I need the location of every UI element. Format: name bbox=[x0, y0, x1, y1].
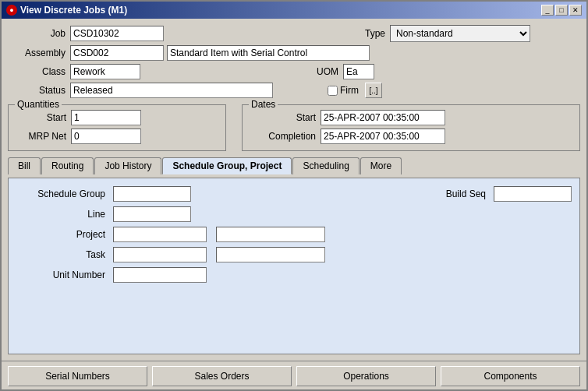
date-start-row: Start bbox=[250, 110, 572, 125]
titlebar: ● View Discrete Jobs (M1) _ □ ✕ bbox=[2, 2, 586, 19]
app-icon: ● bbox=[6, 5, 17, 16]
assembly-row: Assembly bbox=[8, 45, 580, 61]
window-title: View Discrete Jobs (M1) bbox=[20, 5, 127, 16]
assembly-desc-input[interactable] bbox=[167, 45, 370, 61]
minimize-button[interactable]: _ bbox=[541, 5, 554, 16]
project-row: Project bbox=[16, 227, 572, 242]
completion-input[interactable] bbox=[321, 129, 445, 144]
tabs-row: Bill Routing Job History Schedule Group,… bbox=[8, 157, 580, 174]
qty-start-row: Start bbox=[16, 110, 218, 125]
type-select[interactable]: Non-standard Standard Rework bbox=[390, 25, 530, 42]
class-input[interactable] bbox=[70, 64, 140, 79]
tab-schedule-group[interactable]: Schedule Group, Project bbox=[162, 157, 292, 174]
firm-checkbox[interactable] bbox=[328, 86, 338, 96]
serial-numbers-button[interactable]: Serial Numbers bbox=[8, 366, 147, 386]
job-type-row: Job Type Non-standard Standard Rework bbox=[8, 25, 580, 42]
main-window: ● View Discrete Jobs (M1) _ □ ✕ Job Type… bbox=[0, 0, 588, 391]
class-label: Class bbox=[8, 66, 70, 77]
sales-orders-button[interactable]: Sales Orders bbox=[152, 366, 292, 386]
job-input[interactable] bbox=[70, 26, 164, 41]
mrp-row: MRP Net bbox=[16, 129, 218, 144]
schedule-group-tab: Schedule Group Build Seq Line Project bbox=[16, 186, 572, 283]
quantities-dates-section: Quantities Start MRP Net Dates Start Com… bbox=[8, 104, 580, 151]
unit-number-label: Unit Number bbox=[16, 269, 110, 280]
more-button[interactable]: [..] bbox=[365, 83, 382, 98]
completion-label: Completion bbox=[250, 131, 321, 142]
uom-input[interactable] bbox=[343, 64, 374, 79]
tab-job-history[interactable]: Job History bbox=[94, 157, 161, 174]
tab-more[interactable]: More bbox=[360, 157, 402, 174]
unit-number-row: Unit Number bbox=[16, 267, 572, 283]
status-label: Status bbox=[8, 85, 70, 96]
schedule-group-input[interactable] bbox=[113, 186, 191, 202]
class-uom-row: Class UOM bbox=[8, 64, 580, 79]
line-row: Line bbox=[16, 206, 572, 222]
dates-section: Dates Start Completion bbox=[242, 104, 580, 151]
date-start-label: Start bbox=[250, 112, 321, 123]
job-label: Job bbox=[8, 28, 70, 39]
task-label: Task bbox=[16, 249, 110, 260]
maximize-button[interactable]: □ bbox=[555, 5, 568, 16]
task-row: Task bbox=[16, 247, 572, 262]
tab-content-area: Schedule Group Build Seq Line Project bbox=[8, 178, 580, 354]
mrp-label: MRP Net bbox=[16, 131, 71, 142]
components-button[interactable]: Components bbox=[441, 366, 580, 386]
schedule-group-label: Schedule Group bbox=[16, 188, 110, 199]
status-input[interactable] bbox=[70, 83, 273, 98]
quantities-label: Quantities bbox=[15, 99, 62, 110]
qty-start-input[interactable] bbox=[71, 110, 141, 125]
project-input1[interactable] bbox=[113, 227, 207, 242]
line-label: Line bbox=[16, 209, 110, 220]
mrp-input[interactable] bbox=[71, 129, 141, 144]
bottom-buttons: Serial Numbers Sales Orders Operations C… bbox=[2, 361, 586, 389]
main-content: Job Type Non-standard Standard Rework As… bbox=[2, 19, 586, 361]
quantities-section: Quantities Start MRP Net bbox=[8, 104, 226, 151]
tab-bill[interactable]: Bill bbox=[8, 157, 41, 174]
assembly-label: Assembly bbox=[8, 48, 70, 58]
titlebar-left: ● View Discrete Jobs (M1) bbox=[6, 5, 127, 16]
firm-label: Firm bbox=[340, 85, 359, 96]
top-form: Job Type Non-standard Standard Rework As… bbox=[8, 25, 580, 101]
dates-label: Dates bbox=[249, 99, 278, 110]
type-label: Type bbox=[359, 28, 390, 39]
status-firm-row: Status Firm [..] bbox=[8, 83, 580, 98]
close-button[interactable]: ✕ bbox=[569, 5, 582, 16]
titlebar-buttons: _ □ ✕ bbox=[541, 5, 582, 16]
project-label: Project bbox=[16, 229, 110, 240]
schedule-group-row: Schedule Group Build Seq bbox=[16, 186, 572, 202]
tab-scheduling[interactable]: Scheduling bbox=[292, 157, 359, 174]
build-seq-input[interactable] bbox=[494, 186, 572, 202]
task-input1[interactable] bbox=[113, 247, 207, 262]
completion-row: Completion bbox=[250, 129, 572, 144]
uom-label: UOM bbox=[312, 66, 343, 77]
firm-checkbox-group: Firm bbox=[328, 85, 359, 96]
assembly-input[interactable] bbox=[70, 45, 164, 61]
unit-number-input[interactable] bbox=[113, 267, 207, 283]
project-input2[interactable] bbox=[216, 227, 325, 242]
qty-start-label: Start bbox=[16, 112, 71, 123]
build-seq-label: Build Seq bbox=[436, 188, 491, 199]
tab-routing[interactable]: Routing bbox=[41, 157, 94, 174]
operations-button[interactable]: Operations bbox=[296, 366, 436, 386]
date-start-input[interactable] bbox=[321, 110, 445, 125]
line-input[interactable] bbox=[113, 206, 191, 222]
task-input2[interactable] bbox=[216, 247, 325, 262]
